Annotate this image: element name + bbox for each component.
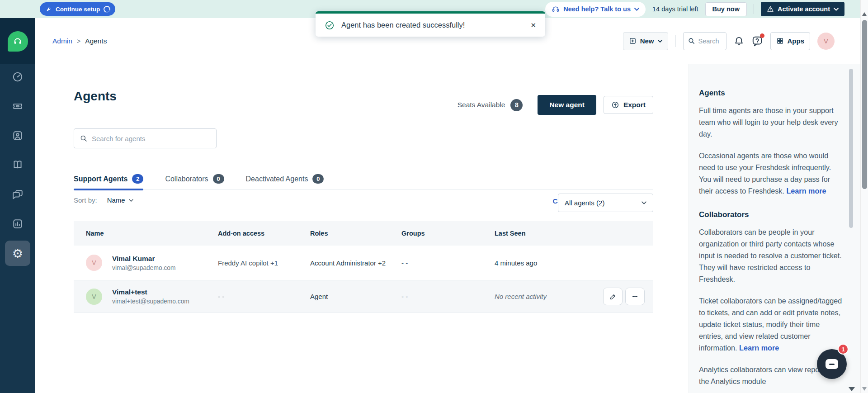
scroll-up-arrow[interactable] xyxy=(862,12,867,16)
actions-divider xyxy=(530,99,530,111)
column-roles: Roles xyxy=(310,230,401,237)
chevron-down-icon xyxy=(834,8,839,11)
new-button[interactable]: New xyxy=(623,32,668,50)
setup-progress-ring xyxy=(103,5,112,14)
chevron-down-icon xyxy=(129,199,133,202)
help-collaborators-heading: Collaborators xyxy=(699,210,844,219)
seats-available-count: 8 xyxy=(510,99,523,111)
table-row[interactable]: V Vimal Kumar vimal@supademo.com Freddy … xyxy=(74,246,653,280)
learn-more-link[interactable]: Learn more xyxy=(739,344,779,352)
column-last-seen: Last Seen xyxy=(495,230,603,237)
column-groups: Groups xyxy=(401,230,495,237)
sidebar-item-admin[interactable]: ⚙ xyxy=(5,241,30,266)
success-toast: Agent has been created successfully! ✕ xyxy=(316,11,545,37)
sidebar-item-analytics[interactable] xyxy=(12,218,24,230)
sort-by-dropdown[interactable]: Name xyxy=(107,196,133,204)
column-name: Name xyxy=(86,230,218,237)
chevron-down-icon xyxy=(634,8,639,11)
help-panel-scroll-down-arrow[interactable] xyxy=(849,387,855,391)
breadcrumb-admin-link[interactable]: Admin xyxy=(52,37,72,45)
edit-agent-button[interactable] xyxy=(603,288,623,305)
tab-count-badge: 2 xyxy=(132,174,143,184)
toast-close-icon[interactable]: ✕ xyxy=(530,21,536,29)
buy-now-button[interactable]: Buy now xyxy=(705,2,747,16)
sort-by-label: Sort by: xyxy=(74,196,97,204)
chevron-down-icon xyxy=(642,201,646,204)
table-header-row: Name Add-on access Roles Groups Last See… xyxy=(74,221,653,246)
export-button[interactable]: Export xyxy=(604,96,653,114)
agent-last-seen: 4 minutes ago xyxy=(495,259,603,267)
tab-support-agents[interactable]: Support Agents 2 xyxy=(74,171,143,189)
plus-square-icon xyxy=(629,37,637,45)
need-help-label: Need help? Talk to us xyxy=(563,5,631,13)
page-title: Agents xyxy=(74,89,117,104)
toast-message: Agent has been created successfully! xyxy=(341,21,465,29)
tab-collaborators[interactable]: Collaborators 0 xyxy=(165,171,224,189)
agent-email: vimal+test@supademo.com xyxy=(112,298,189,305)
notifications-bell-icon[interactable] xyxy=(734,36,744,46)
help-paragraph: Ticket collaborators can be assigned/tag… xyxy=(699,295,844,354)
learn-more-link[interactable]: Learn more xyxy=(786,187,826,195)
sidebar-item-forums[interactable] xyxy=(12,189,24,200)
agent-addon: Freddy AI copilot +1 xyxy=(218,259,310,267)
tab-count-badge: 0 xyxy=(312,174,324,184)
sidebar-item-tickets[interactable] xyxy=(12,100,24,112)
activate-account-button[interactable]: Activate account xyxy=(761,2,844,16)
global-search-input[interactable] xyxy=(698,38,723,45)
agent-addon: - - xyxy=(218,293,310,300)
logo-block xyxy=(0,18,35,64)
headset-icon xyxy=(552,5,560,13)
export-upload-icon xyxy=(611,101,619,109)
window-scrollbar[interactable] xyxy=(860,0,868,393)
tools-icon xyxy=(46,6,52,12)
contextual-help-panel: Agents Full time agents are those in you… xyxy=(689,64,860,393)
agent-email: vimal@supademo.com xyxy=(112,265,176,271)
topbar-divider xyxy=(754,4,754,14)
agents-table: Name Add-on access Roles Groups Last See… xyxy=(74,221,653,313)
check-circle-icon xyxy=(325,20,335,30)
header-divider xyxy=(675,35,676,47)
help-bubble-icon[interactable] xyxy=(751,35,763,47)
user-avatar[interactable]: V xyxy=(817,33,835,50)
tab-deactivated-agents[interactable]: Deactivated Agents 0 xyxy=(246,171,324,189)
agent-groups: - - xyxy=(401,293,495,300)
pencil-icon xyxy=(609,293,617,300)
column-addon-access: Add-on access xyxy=(218,230,310,237)
avatar: V xyxy=(86,289,102,305)
sidebar-item-contacts[interactable] xyxy=(12,130,24,142)
agent-name: Vimal+test xyxy=(112,288,189,296)
warning-icon xyxy=(767,5,774,13)
agent-search-box[interactable] xyxy=(74,128,217,148)
breadcrumb: Admin > Agents xyxy=(52,18,107,64)
sidebar-item-solutions[interactable] xyxy=(12,159,24,170)
need-help-button[interactable]: Need help? Talk to us xyxy=(545,2,646,17)
breadcrumb-separator: > xyxy=(77,38,80,45)
global-search-box[interactable] xyxy=(683,32,726,50)
help-panel-scrollbar-thumb[interactable] xyxy=(849,69,853,228)
agent-filter-dropdown[interactable]: All agents (2) xyxy=(558,194,653,212)
search-icon xyxy=(688,37,695,45)
agent-groups: - - xyxy=(401,259,495,267)
chevron-down-icon xyxy=(658,40,662,43)
apps-button[interactable]: Apps xyxy=(770,32,811,50)
freshdesk-logo-icon[interactable] xyxy=(8,31,28,52)
export-button-label: Export xyxy=(623,101,646,109)
agents-page: Agents Seats Available 8 New agent Expor… xyxy=(35,64,689,393)
scroll-down-arrow[interactable] xyxy=(862,387,867,391)
chat-unread-badge: 1 xyxy=(838,344,849,355)
new-agent-button[interactable]: New agent xyxy=(538,95,596,115)
row-more-menu-button[interactable] xyxy=(625,288,645,305)
scrollbar-thumb[interactable] xyxy=(862,20,867,189)
agent-last-seen: No recent activity xyxy=(495,293,603,300)
avatar: V xyxy=(86,255,102,271)
breadcrumb-current: Agents xyxy=(85,37,107,45)
help-paragraph: Full time agents are those in your suppo… xyxy=(699,104,844,140)
agent-search-input[interactable] xyxy=(92,135,211,142)
table-row[interactable]: V Vimal+test vimal+test@supademo.com - -… xyxy=(74,280,653,313)
help-paragraph: Collaborators can be people in your orga… xyxy=(699,226,844,285)
sidebar-item-dashboard[interactable] xyxy=(12,71,24,83)
seats-available: Seats Available 8 xyxy=(458,99,523,111)
help-agents-heading: Agents xyxy=(699,89,844,98)
agent-roles: Agent xyxy=(310,292,401,301)
continue-setup-button[interactable]: Continue setup xyxy=(40,2,115,16)
